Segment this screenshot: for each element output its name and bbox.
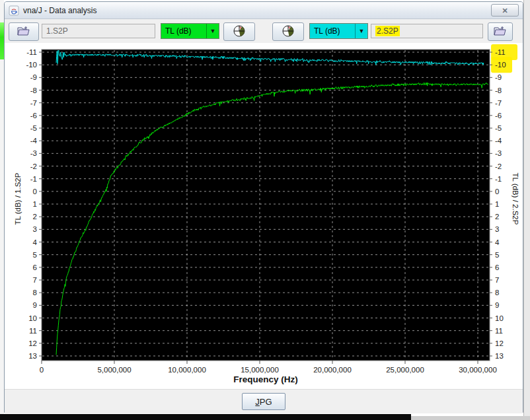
x-tick-label: 15,000,000 bbox=[241, 366, 279, 374]
y-tick-label-left: 2 bbox=[33, 213, 37, 221]
y-tick-label-left: 9 bbox=[33, 301, 37, 309]
y-tick-label-left: -1 bbox=[30, 175, 37, 183]
smith-circle-icon bbox=[282, 24, 295, 40]
y-tick-label-left: -7 bbox=[30, 99, 37, 107]
y-tick-label-right: -4 bbox=[495, 137, 502, 145]
calibration-left-button[interactable] bbox=[223, 22, 255, 41]
y-axis-title-right: TL (dB) / 2.S2P bbox=[511, 173, 519, 225]
chart-panel: -11-11-10-10-9-9-8-8-7-7-6-6-5-5-4-4-3-3… bbox=[5, 43, 523, 389]
desktop-background-right bbox=[523, 0, 530, 420]
file-name-left-value: 1.S2P bbox=[46, 26, 68, 36]
y-tick-label-left: 13 bbox=[28, 352, 37, 360]
x-tick-label: 25,000,000 bbox=[386, 366, 424, 374]
y-tick-label-left: 4 bbox=[33, 238, 38, 246]
y-tick-label-right: 12 bbox=[495, 339, 504, 347]
close-icon: ✕ bbox=[502, 7, 508, 15]
jpg-export-button[interactable]: JPG bbox=[242, 393, 285, 410]
y-tick-label-left: -8 bbox=[30, 87, 37, 94]
open-file-right-button[interactable] bbox=[488, 22, 513, 41]
format-select-left[interactable]: TL (dB) ▼ bbox=[161, 23, 219, 39]
y-tick-label-left: 8 bbox=[33, 289, 37, 297]
app-window: vna/J - Data analysis ✕ 1.S2P TL (dB) ▼ bbox=[4, 1, 523, 413]
close-button[interactable]: ✕ bbox=[491, 4, 519, 17]
y-tick-label-right: 9 bbox=[495, 301, 499, 309]
y-tick-label-right: 6 bbox=[495, 263, 499, 271]
x-tick-label: 5,000,000 bbox=[97, 366, 131, 374]
y-tick-label-left: -6 bbox=[30, 112, 37, 120]
window-title: vna/J - Data analysis bbox=[23, 6, 96, 15]
file-name-left-field[interactable]: 1.S2P bbox=[42, 24, 155, 38]
smith-circle-icon bbox=[233, 24, 246, 40]
y-tick-label-left: -10 bbox=[26, 61, 37, 69]
y-tick-label-right: -9 bbox=[495, 73, 502, 81]
format-select-right-value: TL (dB) bbox=[310, 24, 355, 38]
chevron-down-icon: ▼ bbox=[355, 24, 367, 38]
file-name-right-field[interactable]: 2.S2P bbox=[371, 24, 483, 38]
y-tick-label-right: -7 bbox=[495, 99, 502, 107]
y-tick-label-right: -11 bbox=[495, 48, 506, 56]
y-tick-label-right: 1 bbox=[495, 200, 499, 208]
y-tick-label-left: 3 bbox=[33, 225, 37, 233]
y-tick-label-right: 2 bbox=[495, 213, 499, 221]
y-tick-label-right: 7 bbox=[495, 276, 499, 284]
tl-frequency-chart: -11-11-10-10-9-9-8-8-7-7-6-6-5-5-4-4-3-3… bbox=[5, 43, 524, 389]
x-axis-title: Frequency (Hz) bbox=[233, 374, 298, 384]
x-tick-label: 30,000,000 bbox=[459, 366, 497, 374]
y-tick-label-right: 10 bbox=[495, 314, 504, 322]
java-app-icon bbox=[9, 5, 19, 16]
y-tick-label-left: -5 bbox=[30, 124, 37, 132]
x-tick-label: 20,000,000 bbox=[313, 366, 352, 374]
y-tick-label-left: 0 bbox=[33, 188, 37, 195]
y-tick-label-left: -11 bbox=[26, 48, 37, 56]
y-tick-label-right: 5 bbox=[495, 251, 499, 259]
y-tick-label-left: 5 bbox=[33, 251, 37, 259]
y-tick-label-left: 6 bbox=[33, 263, 37, 271]
open-folder-icon bbox=[493, 26, 508, 38]
y-tick-label-left: 7 bbox=[33, 276, 37, 284]
y-tick-label-right: 8 bbox=[495, 289, 499, 297]
y-tick-label-right: -2 bbox=[495, 162, 502, 170]
toolbar: 1.S2P TL (dB) ▼ bbox=[5, 19, 523, 43]
y-tick-label-right: -3 bbox=[495, 149, 502, 157]
y-tick-label-right: -1 bbox=[495, 175, 502, 183]
x-tick-label: 0 bbox=[40, 366, 44, 374]
y-tick-label-left: -9 bbox=[30, 73, 37, 81]
format-select-right[interactable]: TL (dB) ▼ bbox=[309, 23, 368, 39]
y-tick-label-right: -10 bbox=[495, 61, 506, 69]
title-bar[interactable]: vna/J - Data analysis ✕ bbox=[5, 2, 523, 19]
x-tick-label: 10,000,000 bbox=[168, 366, 206, 374]
y-tick-label-right: 0 bbox=[495, 188, 499, 195]
y-tick-label-left: 12 bbox=[28, 339, 37, 347]
calibration-right-button[interactable] bbox=[272, 22, 304, 41]
y-axis-title-left: TL (dB) / 1.S2P bbox=[14, 172, 22, 225]
y-tick-label-right: -8 bbox=[495, 87, 502, 94]
file-name-right-value: 2.S2P bbox=[375, 26, 400, 36]
y-tick-label-right: 11 bbox=[495, 327, 503, 335]
background-window-bar bbox=[0, 414, 411, 420]
background-window-bar-light bbox=[411, 416, 530, 420]
y-tick-label-left: 11 bbox=[29, 327, 37, 335]
open-folder-icon bbox=[17, 26, 31, 38]
y-tick-label-right: -5 bbox=[495, 124, 502, 132]
y-tick-label-right: 13 bbox=[495, 352, 504, 360]
y-tick-label-right: -6 bbox=[495, 112, 502, 120]
y-tick-label-right: 3 bbox=[495, 225, 499, 233]
y-tick-label-left: 10 bbox=[28, 314, 37, 322]
format-select-left-value: TL (dB) bbox=[161, 24, 206, 38]
open-file-left-button[interactable] bbox=[9, 22, 39, 41]
y-tick-label-right: 4 bbox=[495, 238, 500, 246]
y-tick-label-left: -4 bbox=[30, 137, 38, 145]
y-tick-label-left: -2 bbox=[30, 162, 37, 170]
y-tick-label-left: -3 bbox=[30, 149, 37, 157]
chevron-down-icon: ▼ bbox=[206, 24, 219, 38]
footer-bar: JPG bbox=[5, 389, 523, 413]
y-tick-label-left: 1 bbox=[33, 200, 37, 208]
